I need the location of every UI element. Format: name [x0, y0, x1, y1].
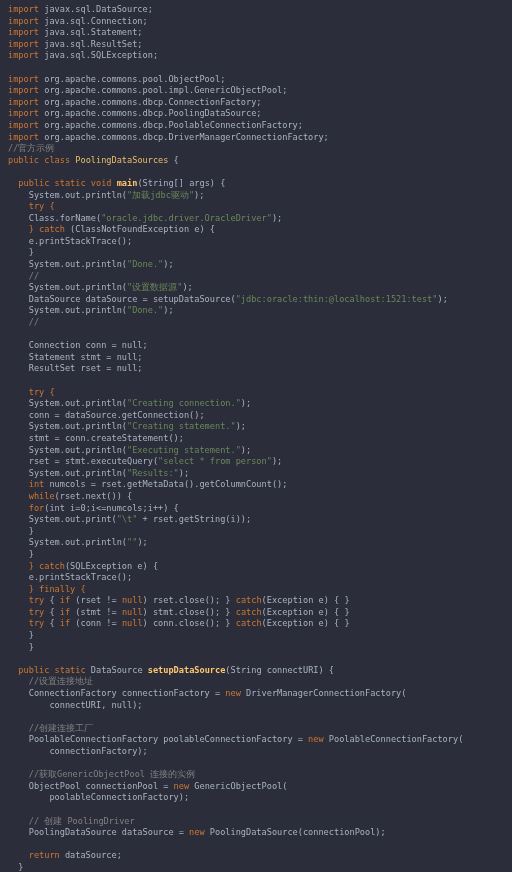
class-decl: public class PoolingDataSources {: [8, 155, 179, 165]
code-editor: import javax.sql.DataSource; import java…: [0, 0, 512, 872]
main-method-sig: public static void main(String[] args) {: [18, 178, 225, 188]
import-block: import javax.sql.DataSource; import java…: [8, 4, 329, 142]
top-comment: //官方示例: [8, 143, 54, 153]
setup-method-sig: public static DataSource setupDataSource…: [18, 665, 334, 675]
